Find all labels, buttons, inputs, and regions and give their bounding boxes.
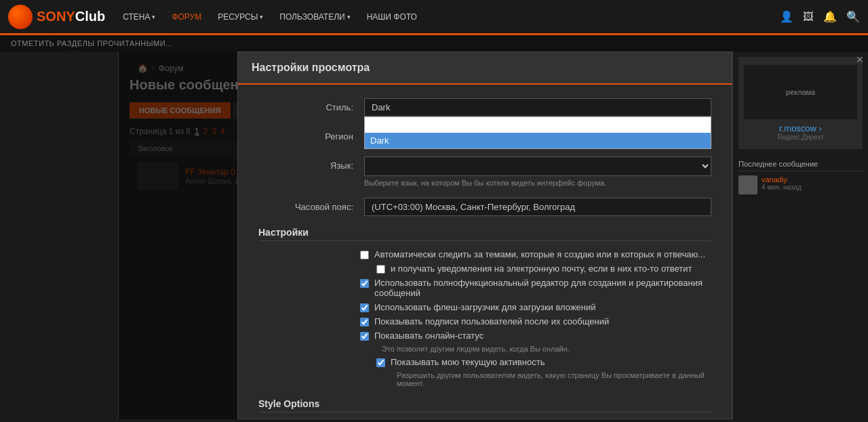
last-message-panel: Последнее сообщение vanadiy 4 мин. назад xyxy=(733,154,868,200)
modal-overlay: Настройки просмотра Стиль: Dark Dark xyxy=(119,51,732,419)
right-sidebar: ✕ реклама r.moscow › Яндекс.Директ После… xyxy=(732,51,868,419)
image-icon[interactable]: 🖼 xyxy=(803,11,814,23)
logo[interactable]: SONYClub xyxy=(8,5,105,29)
style-option-empty[interactable] xyxy=(365,117,711,133)
language-hint: Выберите язык, на котором Вы бы хотели в… xyxy=(364,179,711,187)
checkbox-auto-follow[interactable] xyxy=(360,251,369,259)
language-select[interactable] xyxy=(364,156,711,176)
checkbox-label-2: и получать уведомления на электронную по… xyxy=(391,263,692,274)
logo-text: SONYClub xyxy=(37,9,105,24)
checkbox-label-7: Показывать мою текущую активность xyxy=(391,357,545,367)
online-hint: Это позволит другим людям видеть, когда … xyxy=(382,345,711,353)
user-icon[interactable]: 👤 xyxy=(780,10,793,23)
top-nav: SONYClub СТЕНА ▾ ФОРУМ РЕСУРСЫ ▾ ПОЛЬЗОВ… xyxy=(0,0,868,35)
checkbox-row-5: Показывать подписи пользователей после и… xyxy=(360,316,711,326)
region-label: Регион xyxy=(258,127,353,142)
language-label: Язык: xyxy=(258,156,353,171)
checkbox-full-editor[interactable] xyxy=(360,279,369,288)
timezone-dropdown[interactable]: (UTC+03:00) Москва, Санкт-Петербург, Вол… xyxy=(364,198,711,216)
nav-resources[interactable]: РЕСУРСЫ ▾ xyxy=(211,8,270,26)
language-row: Язык: Выберите язык, на котором Вы бы хо… xyxy=(258,156,711,187)
close-icon[interactable]: ✕ xyxy=(856,54,864,65)
style-options-section-header: Style Options xyxy=(258,398,711,413)
chevron-down-icon: ▾ xyxy=(260,14,263,20)
message-time: 4 мин. назад xyxy=(762,184,802,191)
checkbox-show-signatures[interactable] xyxy=(360,318,369,326)
breadcrumb-bar: ОТМЕТИТЬ РАЗДЕЛЫ ПРОЧИТАННЫМИ... xyxy=(0,35,868,51)
ad-link[interactable]: r.moscow › xyxy=(744,123,857,133)
checkbox-show-activity[interactable] xyxy=(376,358,385,367)
checkbox-label-1: Автоматически следить за темами, которые… xyxy=(374,249,705,259)
checkbox-label-5: Показывать подписи пользователей после и… xyxy=(374,316,609,326)
checkbox-email-notify[interactable] xyxy=(376,265,385,274)
last-message-item: vanadiy 4 мин. назад xyxy=(738,175,863,194)
checkbox-row-2: и получать уведомления на электронную по… xyxy=(376,263,711,274)
avatar xyxy=(738,175,757,194)
breadcrumb-text: ОТМЕТИТЬ РАЗДЕЛЫ ПРОЧИТАННЫМИ... xyxy=(11,39,173,47)
settings-section-header: Настройки xyxy=(258,227,711,241)
modal-title: Настройки просмотра xyxy=(238,52,732,85)
timezone-row: Часовой пояс: (UTC+03:00) Москва, Санкт-… xyxy=(258,198,711,216)
nav-photos[interactable]: НАШИ ФОТО xyxy=(360,8,424,26)
activity-hint: Разрешить другим пользователям видеть, к… xyxy=(397,371,711,387)
style-dropdown-open: Dark xyxy=(364,117,711,149)
language-control: Выберите язык, на котором Вы бы хотели в… xyxy=(364,156,711,187)
style-label: Стиль: xyxy=(258,98,353,112)
checkbox-row-6: Показывать онлайн-статус xyxy=(360,331,711,341)
checkbox-show-online[interactable] xyxy=(360,332,369,341)
content-area: 🏠 › Форум ◎ Новые сообщен... НОВЫЕ СООБЩ… xyxy=(119,51,732,419)
ad-sub: Яндекс.Директ xyxy=(744,133,857,141)
style-row: Стиль: Dark Dark xyxy=(258,98,711,117)
ad-block: реклама r.moscow › Яндекс.Директ xyxy=(738,57,863,149)
nav-users[interactable]: ПОЛЬЗОВАТЕЛИ ▾ xyxy=(273,8,357,26)
bell-icon[interactable]: 🔔 xyxy=(823,10,837,23)
timezone-label: Часовой пояс: xyxy=(258,198,353,212)
style-dropdown-value[interactable]: Dark xyxy=(364,98,711,117)
chevron-down-icon: ▾ xyxy=(152,14,155,20)
chevron-down-icon: ▾ xyxy=(347,14,351,20)
nav-items: СТЕНА ▾ ФОРУМ РЕСУРСЫ ▾ ПОЛЬЗОВАТЕЛИ ▾ Н… xyxy=(116,8,769,26)
search-icon[interactable]: 🔍 xyxy=(846,10,860,23)
style-option-dark[interactable]: Dark xyxy=(365,133,711,148)
timezone-control: (UTC+03:00) Москва, Санкт-Петербург, Вол… xyxy=(364,198,711,216)
checkbox-row-1: Автоматически следить за темами, которые… xyxy=(360,249,711,259)
main-area: 🏠 › Форум ◎ Новые сообщен... НОВЫЕ СООБЩ… xyxy=(0,51,868,419)
checkbox-flash-uploader[interactable] xyxy=(360,303,369,312)
style-dropdown[interactable]: Dark Dark xyxy=(364,98,711,117)
checkbox-label-6: Показывать онлайн-статус xyxy=(374,331,484,341)
nav-forum[interactable]: ФОРУМ xyxy=(165,8,208,26)
left-sidebar xyxy=(0,51,119,419)
checkbox-row-4: Использовать флеш-загрузчик для загрузки… xyxy=(360,302,711,312)
message-user[interactable]: vanadiy xyxy=(762,175,802,184)
style-control: Dark Dark xyxy=(364,98,711,117)
settings-checkboxes: Автоматически следить за темами, которые… xyxy=(360,249,711,387)
nav-right: 👤 🖼 🔔 🔍 xyxy=(780,10,860,23)
nav-stena[interactable]: СТЕНА ▾ xyxy=(116,8,162,26)
modal-body: Стиль: Dark Dark xyxy=(238,85,732,419)
checkbox-row-7: Показывать мою текущую активность xyxy=(376,357,711,367)
checkbox-label-3: Использовать полнофункциональный редакто… xyxy=(374,278,711,298)
checkbox-row-3: Использовать полнофункциональный редакто… xyxy=(360,278,711,298)
checkbox-label-4: Использовать флеш-загрузчик для загрузки… xyxy=(374,302,596,312)
logo-icon xyxy=(8,5,33,29)
settings-modal: Настройки просмотра Стиль: Dark Dark xyxy=(237,51,732,419)
last-message-header: Последнее сообщение xyxy=(738,160,863,171)
